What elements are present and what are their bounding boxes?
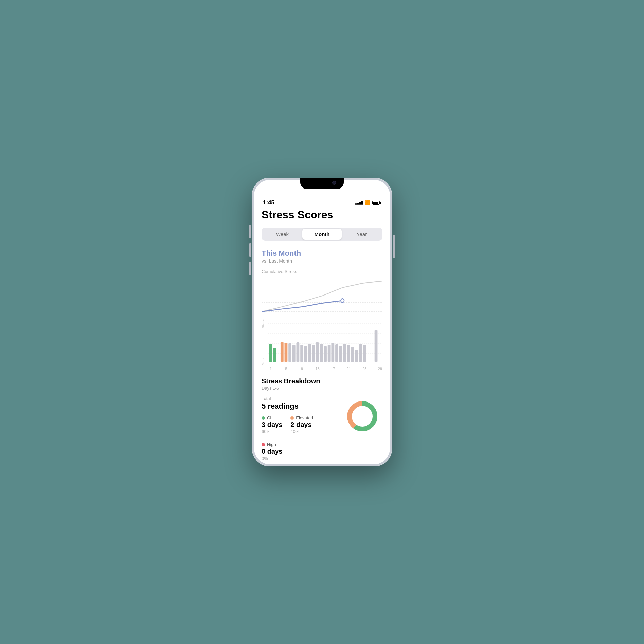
phone-screen: 1:45 📶: [254, 180, 390, 464]
wifi-icon: 📶: [365, 200, 370, 205]
svg-rect-27: [339, 346, 342, 362]
elevated-label: Elevated: [296, 415, 313, 420]
signal-icon: [355, 201, 363, 205]
svg-rect-26: [335, 344, 338, 362]
elevated-pct: 40%: [290, 429, 313, 434]
stat-elevated: Elevated 2 days 40%: [290, 415, 313, 434]
breakdown-stats: Total 5 readings Chill 3 days 60%: [262, 396, 337, 464]
period-subtitle: vs. Last Month: [262, 258, 382, 264]
dot-red: [262, 443, 265, 446]
svg-rect-25: [331, 343, 334, 362]
stat-chill: Chill 3 days 60%: [262, 415, 282, 434]
dot-orange: [290, 416, 294, 420]
status-bar: 1:45 📶: [254, 195, 390, 206]
bar-chart-wrapper: Stress Calm: [262, 318, 382, 371]
donut-chart: [342, 396, 382, 436]
segment-month[interactable]: Month: [302, 229, 342, 240]
notch: [300, 178, 344, 189]
x-label-13: 13: [315, 367, 320, 371]
svg-rect-13: [285, 343, 288, 362]
svg-rect-31: [355, 350, 358, 362]
svg-point-4: [341, 299, 344, 302]
segment-year[interactable]: Year: [342, 229, 381, 240]
svg-rect-29: [347, 345, 350, 362]
svg-rect-16: [297, 342, 300, 362]
svg-point-37: [354, 408, 371, 425]
screen-scroll[interactable]: 1:45 📶: [254, 180, 390, 464]
status-icons: 📶: [355, 200, 381, 205]
camera: [332, 181, 336, 185]
chill-label: Chill: [267, 415, 275, 420]
x-label-5: 5: [284, 367, 289, 371]
x-label-25: 25: [362, 367, 367, 371]
svg-rect-17: [300, 345, 303, 362]
bar-chart-svg: [268, 318, 382, 365]
bar-chart: [268, 318, 382, 365]
svg-rect-10: [269, 344, 272, 362]
svg-rect-20: [312, 345, 315, 362]
donut-svg: [342, 396, 382, 436]
status-time: 1:45: [263, 199, 274, 206]
svg-rect-30: [351, 347, 354, 362]
line-chart-label: Cumulative Stress: [262, 269, 382, 274]
period-title: This Month: [262, 249, 382, 258]
elevated-days: 2 days: [290, 421, 313, 429]
x-label-9: 9: [300, 367, 304, 371]
svg-rect-34: [375, 330, 378, 362]
x-label-29: 29: [378, 367, 382, 371]
svg-rect-11: [273, 348, 276, 362]
svg-rect-32: [359, 344, 362, 362]
x-label-17: 17: [331, 367, 335, 371]
chill-days: 3 days: [262, 421, 282, 429]
breakdown-subtitle: Days 1-5: [262, 386, 382, 391]
x-label-1: 1: [268, 367, 273, 371]
segment-control[interactable]: Week Month Year: [262, 228, 382, 241]
svg-rect-28: [343, 344, 346, 362]
svg-rect-19: [308, 344, 311, 362]
phone-frame: 1:45 📶: [252, 178, 392, 466]
svg-rect-15: [292, 345, 296, 362]
svg-rect-22: [320, 344, 323, 362]
stat-high: High 0 days 0%: [262, 442, 337, 461]
x-label-21: 21: [346, 367, 351, 371]
y-label-stress: Stress: [262, 318, 265, 328]
y-label-calm: Calm: [262, 358, 265, 365]
svg-rect-14: [288, 343, 291, 362]
high-days: 0 days: [262, 448, 337, 455]
high-pct: 0%: [262, 456, 337, 461]
segment-week[interactable]: Week: [263, 229, 302, 240]
breakdown-content: Total 5 readings Chill 3 days 60%: [262, 396, 382, 464]
svg-rect-33: [363, 345, 366, 362]
breakdown-title: Stress Breakdown: [262, 377, 382, 385]
svg-rect-12: [281, 342, 284, 362]
page-title: Stress Scores: [262, 209, 382, 221]
svg-rect-21: [316, 342, 319, 362]
battery-icon: [372, 201, 381, 205]
svg-rect-24: [328, 345, 331, 362]
high-label: High: [267, 442, 276, 447]
svg-rect-18: [304, 346, 307, 362]
line-chart-svg: [262, 277, 382, 317]
svg-rect-23: [324, 346, 327, 362]
total-label: Total: [262, 396, 337, 401]
total-value: 5 readings: [262, 402, 337, 411]
two-col-stats: Chill 3 days 60% Elevated 2 days: [262, 415, 337, 438]
bar-chart-x-labels: 1 5 9 13 17 21 25 29: [268, 365, 382, 371]
chill-pct: 60%: [262, 429, 282, 434]
line-chart: [262, 277, 382, 317]
dot-green: [262, 416, 265, 420]
